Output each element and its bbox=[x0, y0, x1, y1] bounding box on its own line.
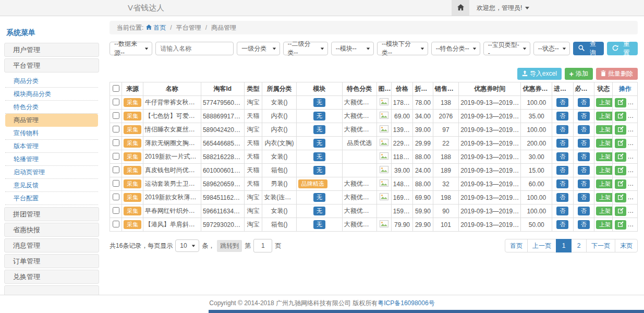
sidebar-item[interactable]: 用户管理 bbox=[4, 43, 99, 57]
search-button[interactable]: 查询 bbox=[573, 42, 604, 55]
must-buy-badge[interactable]: 否 bbox=[578, 179, 590, 188]
import-select-badge[interactable]: 否 bbox=[556, 139, 568, 148]
import-select-badge[interactable]: 否 bbox=[556, 112, 568, 121]
page-prev[interactable]: 上一页 bbox=[527, 239, 556, 252]
page-last[interactable]: 末页 bbox=[615, 239, 638, 252]
import-select-badge[interactable]: 否 bbox=[556, 152, 568, 161]
home-button[interactable] bbox=[452, 0, 469, 16]
import-select-badge[interactable]: 否 bbox=[556, 166, 568, 175]
status-badge[interactable]: 上架 bbox=[596, 207, 613, 215]
edit-button[interactable] bbox=[615, 193, 626, 202]
sidebar-subitem[interactable]: 特色分类 bbox=[5, 101, 98, 114]
status-badge[interactable]: 上架 bbox=[596, 112, 613, 121]
sidebar-subitem[interactable]: 平台配置 bbox=[5, 192, 98, 205]
page-number[interactable]: 1 bbox=[556, 239, 572, 252]
sidebar-subitem[interactable]: 商品分类 bbox=[5, 75, 98, 88]
reset-button[interactable]: 重置 bbox=[607, 42, 638, 55]
jump-suffix: 页 bbox=[275, 242, 281, 250]
sidebar-subitem-active[interactable]: 商品管理 bbox=[5, 114, 98, 127]
import-excel-button[interactable]: 导入excel bbox=[517, 68, 562, 80]
column-header: 名称 bbox=[143, 82, 201, 96]
status-badge[interactable]: 上架 bbox=[596, 193, 613, 202]
sidebar-item[interactable]: 消息管理 bbox=[4, 238, 99, 252]
product-image-icon bbox=[380, 140, 388, 148]
import-select-badge[interactable]: 否 bbox=[556, 220, 568, 229]
import-select-badge[interactable]: 否 bbox=[556, 193, 568, 202]
must-buy-badge[interactable]: 否 bbox=[578, 220, 590, 229]
module-select[interactable]: --模块-- bbox=[331, 42, 374, 55]
edit-button[interactable] bbox=[615, 166, 626, 175]
import-select-badge[interactable]: 否 bbox=[556, 98, 568, 107]
user-menu[interactable]: 欢迎您，管理员! bbox=[477, 4, 529, 13]
edit-button[interactable] bbox=[615, 98, 626, 107]
row-checkbox[interactable] bbox=[113, 126, 119, 133]
sidebar-item[interactable]: 订单管理 bbox=[4, 254, 99, 268]
item-type-select[interactable]: --宝贝类型-- bbox=[483, 42, 530, 55]
name-search-input[interactable] bbox=[155, 42, 234, 55]
page-number[interactable]: 2 bbox=[571, 239, 587, 252]
add-button[interactable]: + 添加 bbox=[565, 68, 593, 80]
must-buy-badge[interactable]: 否 bbox=[578, 139, 590, 148]
sidebar-subitem[interactable]: 意见反馈 bbox=[5, 179, 98, 192]
status-badge[interactable]: 上架 bbox=[596, 220, 613, 229]
data-source-select[interactable]: --数据来源-- bbox=[110, 42, 152, 55]
status-badge[interactable]: 上架 bbox=[596, 139, 613, 148]
must-buy-badge[interactable]: 否 bbox=[578, 98, 590, 107]
sidebar-item[interactable]: 兑换管理 bbox=[4, 270, 99, 284]
sidebar-subitem[interactable]: 模块商品分类 bbox=[5, 88, 98, 101]
import-select-badge[interactable]: 否 bbox=[556, 179, 568, 188]
level1-category-select[interactable]: 一级分类 bbox=[237, 42, 280, 55]
breadcrumb-home-link[interactable]: 首页 bbox=[146, 21, 166, 34]
row-checkbox[interactable] bbox=[113, 166, 119, 173]
status-badge[interactable]: 上架 bbox=[596, 125, 613, 134]
per-page-select[interactable]: 10 bbox=[175, 239, 199, 252]
edit-button[interactable] bbox=[615, 125, 626, 135]
row-checkbox[interactable] bbox=[113, 180, 119, 187]
must-buy-badge[interactable]: 否 bbox=[578, 152, 590, 161]
must-buy-badge[interactable]: 否 bbox=[578, 193, 590, 202]
edit-button[interactable] bbox=[615, 112, 626, 121]
edit-button[interactable] bbox=[615, 139, 626, 148]
page-number-input[interactable] bbox=[253, 239, 272, 252]
sidebar-item[interactable]: 拼团管理 bbox=[4, 207, 99, 221]
module-subcategory-select[interactable]: --模块下分类-- bbox=[377, 42, 428, 55]
status-badge[interactable]: 上架 bbox=[596, 166, 613, 175]
import-select-badge[interactable]: 否 bbox=[556, 125, 568, 134]
row-checkbox[interactable] bbox=[113, 207, 119, 214]
edit-button[interactable] bbox=[615, 152, 626, 162]
status-badge[interactable]: 上架 bbox=[596, 152, 613, 161]
edit-button[interactable] bbox=[615, 179, 626, 189]
edit-button[interactable] bbox=[615, 220, 626, 230]
sidebar-submenu: 商品分类模块商品分类特色分类商品管理宣传物料版本管理轮播管理启动页管理意见反馈平… bbox=[4, 74, 99, 206]
row-checkbox[interactable] bbox=[113, 112, 119, 119]
sidebar-subitem[interactable]: 版本管理 bbox=[5, 140, 98, 153]
feature-category-select[interactable]: --特色分类-- bbox=[431, 42, 480, 55]
must-buy-badge[interactable]: 否 bbox=[578, 125, 590, 134]
sidebar-item[interactable]: 省惠快报 bbox=[4, 223, 99, 237]
must-buy-badge[interactable]: 否 bbox=[578, 207, 590, 215]
row-checkbox[interactable] bbox=[113, 153, 119, 160]
sidebar-subitem[interactable]: 轮播管理 bbox=[5, 153, 98, 166]
status-badge[interactable]: 上架 bbox=[596, 98, 613, 107]
status-select[interactable]: --状态-- bbox=[533, 42, 570, 55]
must-buy-badge[interactable]: 否 bbox=[578, 112, 590, 121]
row-checkbox[interactable] bbox=[113, 194, 119, 200]
batch-delete-button[interactable]: 批量删除 bbox=[596, 68, 638, 80]
import-select-badge[interactable]: 否 bbox=[556, 207, 568, 215]
sidebar-subitem[interactable]: 启动页管理 bbox=[5, 166, 98, 179]
status-badge[interactable]: 上架 bbox=[596, 179, 613, 188]
edit-button[interactable] bbox=[615, 207, 626, 216]
level2-category-select[interactable]: --二级分类-- bbox=[283, 42, 328, 55]
row-checkbox[interactable] bbox=[113, 99, 119, 105]
sidebar-subitem[interactable]: 宣传物料 bbox=[5, 127, 98, 140]
page-first[interactable]: 首页 bbox=[505, 239, 528, 252]
row-checkbox[interactable] bbox=[113, 139, 119, 146]
sidebar-item[interactable]: 平台管理 bbox=[4, 58, 99, 73]
module-none-badge: 无 bbox=[313, 207, 325, 215]
select-all-checkbox[interactable] bbox=[113, 85, 119, 92]
row-checkbox[interactable] bbox=[113, 221, 119, 227]
cell-sales: 97 bbox=[433, 123, 459, 137]
page-next[interactable]: 下一页 bbox=[586, 239, 615, 252]
must-buy-badge[interactable]: 否 bbox=[578, 166, 590, 175]
icp-link[interactable]: 粤ICP备16098006号 bbox=[378, 299, 434, 307]
